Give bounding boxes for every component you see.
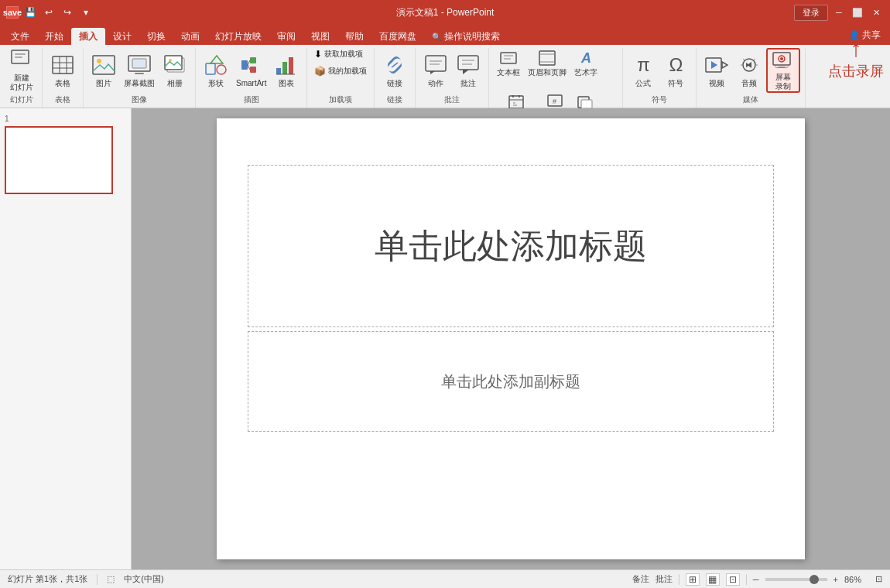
tab-help[interactable]: 帮助 (337, 28, 371, 45)
smartart-label: SmartArt (236, 79, 266, 88)
ribbon-item-new-slide[interactable]: 新建幻灯片 (6, 48, 37, 93)
fit-slide-btn[interactable]: ⊡ (875, 574, 882, 584)
ribbon-item-chart[interactable]: 图表 (271, 48, 302, 93)
textbox-icon (500, 50, 517, 67)
login-button[interactable]: 登录 (794, 5, 828, 21)
ribbon-item-table[interactable]: 表格 (47, 48, 78, 93)
window-title: 演示文稿1 - PowerPoint (396, 6, 495, 19)
ribbon-item-header-footer[interactable]: 页眉和页脚 (525, 48, 570, 91)
ribbon-item-screenshot[interactable]: 屏幕截图 (121, 48, 158, 93)
ribbon-item-comment[interactable]: 批注 (453, 48, 484, 93)
separator-3 (746, 574, 747, 585)
action-label: 动作 (428, 79, 443, 88)
tab-animations[interactable]: 动画 (173, 28, 207, 45)
subtitle-placeholder-text: 单击此处添加副标题 (441, 371, 580, 392)
svg-rect-3 (53, 56, 73, 74)
ribbon-item-wordart[interactable]: A 艺术字 (571, 48, 601, 91)
title-bar-left: save 💾 ↩ ↪ ▾ (6, 5, 93, 19)
ribbon-item-action[interactable]: 动作 (420, 48, 451, 93)
restore-button[interactable]: ⬜ (850, 5, 865, 20)
picture-icon (91, 53, 116, 77)
svg-marker-30 (430, 71, 435, 74)
tab-slideshow[interactable]: 幻灯片放映 (207, 28, 269, 45)
ribbon-item-picture[interactable]: 图片 (88, 48, 119, 93)
subtitle-placeholder[interactable]: 单击此处添加副标题 (248, 331, 774, 432)
tab-review[interactable]: 审阅 (269, 28, 303, 45)
quick-save-btn[interactable]: 💾 (23, 5, 37, 19)
tab-transitions[interactable]: 切换 (139, 28, 173, 45)
ribbon-group-media: 视频 音频 屏幕录制 媒体 (697, 48, 806, 108)
ribbon-group-text: 文本框 页眉和页脚 A 艺术字 日期和时间 (489, 48, 623, 108)
smartart-icon (239, 53, 264, 77)
svg-rect-29 (426, 56, 446, 71)
tab-view[interactable]: 视图 (303, 28, 337, 45)
ribbon-item-shapes[interactable]: 形状 (200, 48, 231, 93)
comments-group-label: 批注 (420, 94, 484, 108)
tab-design[interactable]: 设计 (105, 28, 139, 45)
header-footer-icon (539, 50, 556, 67)
quick-redo-btn[interactable]: ↪ (60, 5, 74, 19)
video-icon (704, 53, 729, 77)
zoom-slider[interactable] (765, 578, 827, 581)
ribbon-item-my-addins[interactable]: 📦 我的加载项 (312, 65, 369, 77)
ribbon-item-album[interactable]: 相册 (159, 48, 190, 93)
comment-label: 批注 (460, 79, 476, 88)
svg-line-23 (248, 65, 250, 70)
screen-recording-icon (771, 50, 796, 71)
audio-icon (737, 53, 762, 77)
minimize-button[interactable]: ─ (831, 5, 847, 20)
ribbon-item-get-addins[interactable]: ⬇ 获取加载项 (312, 48, 365, 60)
wordart-icon: A (577, 50, 594, 67)
slide-thumbnail[interactable] (5, 126, 113, 194)
title-bar-right: 登录 ─ ⬜ ✕ (794, 5, 884, 21)
tab-baidu[interactable]: 百度网盘 (371, 28, 424, 45)
ribbon-group-illustrations-content: 形状 SmartArt 图表 (200, 48, 302, 94)
annotation-text: 点击录屏 (828, 62, 884, 80)
quick-customize-btn[interactable]: ▾ (79, 5, 93, 19)
tab-insert[interactable]: 插入 (71, 28, 105, 45)
ribbon-item-hyperlink[interactable]: 链接 (379, 48, 410, 93)
title-placeholder-text: 单击此处添加标题 (375, 224, 647, 269)
ribbon-item-smartart[interactable]: SmartArt (233, 48, 269, 93)
svg-line-59 (743, 59, 745, 60)
comments-btn[interactable]: 批注 (656, 573, 673, 585)
svg-point-17 (217, 65, 226, 74)
images-group-label: 图像 (88, 94, 190, 108)
svg-rect-19 (241, 60, 248, 70)
notes-btn[interactable]: 备注 (632, 573, 649, 585)
lang-icon: ⬚ (107, 574, 115, 584)
ribbon-item-symbol[interactable]: Ω 符号 (660, 48, 691, 93)
reading-view-btn[interactable]: ⊡ (726, 573, 740, 586)
zoom-plus[interactable]: + (834, 575, 838, 584)
equation-icon: π (631, 53, 656, 77)
zoom-percent[interactable]: 86% (844, 575, 869, 584)
svg-rect-16 (206, 63, 215, 74)
ribbon-item-textbox[interactable]: 文本框 (494, 48, 523, 91)
slide-info: 幻灯片 第1张，共1张 (8, 573, 87, 585)
svg-rect-8 (93, 56, 115, 74)
ribbon-item-video[interactable]: 视频 (701, 48, 732, 93)
media-group-label: 媒体 (701, 94, 800, 108)
album-icon (163, 53, 187, 77)
tab-search[interactable]: 🔍操作说明搜索 (424, 28, 508, 45)
ribbon-item-equation[interactable]: π 公式 (628, 48, 659, 93)
audio-label: 音频 (741, 79, 757, 88)
slideshow-view-btn[interactable]: ▦ (706, 573, 720, 586)
title-placeholder[interactable]: 单击此处添加标题 (248, 165, 774, 327)
svg-marker-55 (711, 61, 717, 69)
svg-rect-25 (282, 62, 287, 74)
svg-point-63 (780, 57, 783, 60)
ribbon-item-screen-recording[interactable]: 屏幕录制 (766, 48, 800, 93)
quick-undo-btn[interactable]: ↩ (42, 5, 56, 19)
normal-view-btn[interactable]: ⊞ (686, 573, 700, 586)
tab-file[interactable]: 文件 (3, 28, 37, 45)
zoom-minus[interactable]: ─ (753, 575, 759, 584)
close-button[interactable]: ✕ (868, 5, 884, 20)
ribbon-tabs: 文件 开始 插入 设计 切换 动画 幻灯片放映 审阅 视图 帮助 百度网盘 🔍操… (0, 25, 890, 45)
ribbon-item-audio[interactable]: 音频 (734, 48, 765, 93)
tab-home[interactable]: 开始 (37, 28, 71, 45)
new-slide-icon (9, 49, 34, 72)
svg-line-22 (248, 60, 250, 65)
status-bar-right: 备注 批注 ⊞ ▦ ⊡ ─ + 86% ⊡ (632, 573, 882, 586)
slide-canvas[interactable]: 单击此处添加标题 单击此处添加副标题 (217, 118, 805, 559)
